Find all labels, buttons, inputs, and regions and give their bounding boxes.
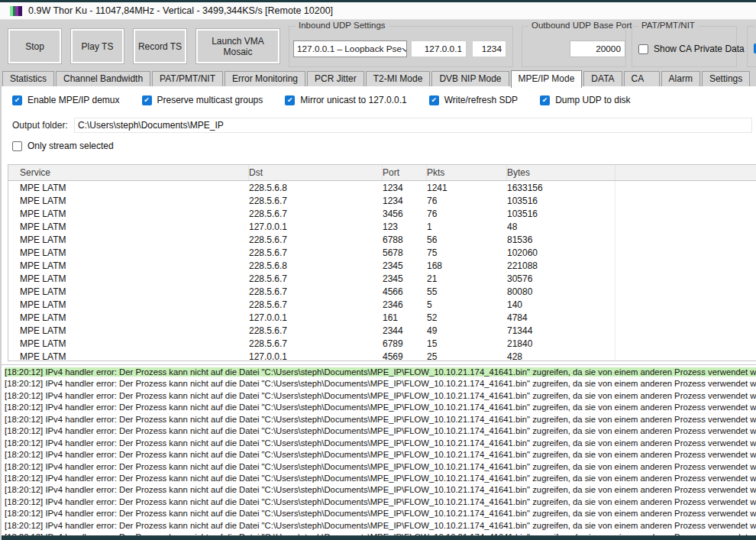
log-line[interactable]: [18:20:12] IPv4 handler error: Der Proze… [5,496,756,508]
column-header-pkts[interactable]: Pkts [427,165,507,180]
table-cell: 76 [427,196,507,206]
column-header-port[interactable]: Port [383,165,427,180]
stream-table-header[interactable]: ServiceDstPortPktsBytes [8,165,756,181]
output-folder-input[interactable] [74,118,752,133]
table-cell: 80080 [507,285,615,298]
checkbox-icon: ✔ [12,95,22,105]
log-line[interactable]: [18:20:12] IPv4 handler error: Der Proze… [5,402,756,413]
table-cell: MPE LATM [20,312,249,323]
log-line[interactable]: [18:20:12] IPv4 handler error: Der Proze… [5,390,756,402]
table-cell: 228.5.6.7 [249,209,383,219]
column-header-dst[interactable]: Dst [249,165,383,180]
log-line[interactable]: [18:20:12] IPv4 handler error: Der Proze… [5,508,756,519]
table-cell: 228.5.6.7 [249,325,383,336]
log-line[interactable]: [18:20:12] IPv4 handler error: Der Proze… [5,520,756,532]
tab-mpe-ip-mode[interactable]: MPE/IP Mode [511,70,583,88]
table-row[interactable]: MPE LATM228.5.6.7123476103516 [8,194,756,207]
table-cell: MPE LATM [20,221,249,232]
stop-button[interactable]: Stop [8,28,62,64]
table-row[interactable]: MPE LATM228.5.6.8123412411633156 [8,181,756,194]
checkbox-label: Enable MPE/IP demux [27,95,120,105]
launch-vma-mosaic-button[interactable]: Launch VMA Mosaic [195,28,280,64]
table-cell: 127.0.0.1 [249,221,383,232]
log-line-text: [18:20:12] IPv4 handler error: Der Proze… [5,497,756,506]
table-row[interactable]: MPE LATM228.5.6.745665580080 [8,285,756,298]
enable-mpe-ip-demux-checkbox[interactable]: ✔Enable MPE/IP demux [12,95,120,105]
outbound-base-port-field[interactable] [570,40,625,57]
log-line[interactable]: [18:20:12] IPv4 handler error: Der Proze… [5,473,756,484]
tab-ca[interactable]: CA [624,71,660,86]
table-row[interactable]: MPE LATM228.5.6.82345168221088 [8,259,756,272]
tab-channel-bandwidth[interactable]: Channel Bandwidth [56,71,150,86]
table-row[interactable]: MPE LATM228.5.6.7567875102060 [8,246,756,259]
tab-data[interactable]: DATA [583,71,622,86]
checkbox-icon: ✔ [285,95,295,105]
log-line[interactable]: [18:20:12] IPv4 handler error: Der Proze… [5,414,756,425]
table-cell: 76 [427,209,507,219]
table-cell: MPE LATM [20,338,249,349]
log-line-text: [18:20:12] IPv4 handler error: Der Proze… [5,450,756,459]
table-row[interactable]: MPE LATM228.5.6.7345676103516 [8,207,756,220]
log-line-text: [18:20:12] IPv4 handler error: Der Proze… [5,521,756,530]
tab-t2-mi-mode[interactable]: T2-MI Mode [366,71,431,86]
log-line[interactable]: [18:20:12] IPv4 handler error: Der Proze… [5,449,756,461]
play-ts-button[interactable]: Play TS [70,28,124,64]
table-row[interactable]: MPE LATM228.5.6.723444971344 [8,324,756,337]
table-row[interactable]: MPE LATM127.0.0.1161524784 [8,311,756,324]
table-cell: 228.5.6.7 [249,299,383,310]
checkbox-label: Mirror unicast to 127.0.0.1 [300,95,406,105]
mirror-unicast-to-127-0-0-1-checkbox[interactable]: ✔Mirror unicast to 127.0.0.1 [285,95,406,105]
record-ts-button[interactable]: Record TS [133,28,187,64]
preserve-multicast-groups-checkbox[interactable]: ✔Preserve multicast groups [142,95,263,105]
checkbox-label: Preserve multicast groups [157,95,263,105]
table-row[interactable]: MPE LATM127.0.0.1456925428 [8,350,756,361]
write-refresh-sdp-checkbox[interactable]: ✔Write/refresh SDP [429,95,518,105]
checkbox-label: Write/refresh SDP [444,95,518,105]
stream-table[interactable]: ServiceDstPortPktsBytes MPE LATM228.5.6.… [8,164,756,361]
table-cell: 4784 [507,311,615,324]
table-cell: 81536 [507,233,615,246]
table-row[interactable]: MPE LATM228.5.6.723452130576 [8,272,756,285]
log-line-text: [18:20:12] IPv4 handler error: Der Proze… [5,474,756,483]
tab-dvb-nip-mode[interactable]: DVB NIP Mode [431,71,509,86]
tab-error-monitoring[interactable]: Error Monitoring [225,71,305,86]
log-line[interactable]: [18:20:12] IPv4 handler error: Der Proze… [5,425,756,437]
log-line[interactable]: [18:20:12] IPv4 handler error: Der Proze… [5,378,756,390]
inbound-port-field[interactable] [472,40,506,57]
log-panel[interactable]: [18:20:12] IPv4 handler error: Der Proze… [2,364,756,535]
pat-pmt-nit-group: PAT/PMT/NIT Show CA Private Data [632,26,737,67]
log-line[interactable]: [18:20:12] IPv4 handler error: Der Proze… [5,438,756,449]
inbound-ip-field[interactable] [411,40,467,57]
tab-pat-pmt-nit[interactable]: PAT/PMT/NIT [152,71,223,86]
log-line-text: [18:20:12] IPv4 handler error: Der Proze… [5,367,756,377]
table-cell: 103516 [507,207,615,220]
table-cell: 228.5.6.8 [249,183,383,193]
table-cell: 25 [427,351,507,362]
table-cell: 228.5.6.7 [249,247,383,258]
table-cell: 6788 [383,234,427,245]
tab-alarm[interactable]: Alarm [661,71,700,86]
table-cell: 5678 [383,247,427,258]
checkbox-label: Dump UDP to disk [555,95,630,105]
table-cell: MPE LATM [20,260,249,271]
log-line-highlighted[interactable]: [18:20:12] IPv4 handler error: Der Proze… [5,367,756,378]
inbound-adapter-select[interactable]: 127.0.0.1 – Loopback Pse [293,40,407,57]
table-row[interactable]: MPE LATM228.5.6.723465140 [8,298,756,311]
log-line[interactable]: [18:20:12] IPv4 handler error: Der Proze… [5,461,756,473]
table-cell: 4566 [383,286,427,297]
table-row[interactable]: MPE LATM127.0.0.1123148 [8,220,756,233]
tab-pcr-jitter[interactable]: PCR Jitter [307,71,364,86]
dump-udp-to-disk-checkbox[interactable]: ✔Dump UDP to disk [540,95,630,105]
column-header-bytes[interactable]: Bytes [507,165,615,180]
table-cell: 127.0.0.1 [249,351,383,362]
only-stream-selected-checkbox[interactable]: Only stream selected [12,141,114,151]
show-ca-private-data-checkbox[interactable]: Show CA Private Data [638,44,745,54]
column-header-service[interactable]: Service [20,165,249,180]
titlebar[interactable]: 0.9W Thor Ku - 11047,84MHz - Vertical - … [0,2,756,20]
table-cell: 2346 [383,299,427,310]
tab-statistics[interactable]: Statistics [2,71,54,86]
table-row[interactable]: MPE LATM228.5.6.767891521840 [8,337,756,350]
table-row[interactable]: MPE LATM228.5.6.767885681536 [8,233,756,246]
tab-settings[interactable]: Settings [702,71,750,86]
log-line[interactable]: [18:20:12] IPv4 handler error: Der Proze… [5,484,756,496]
